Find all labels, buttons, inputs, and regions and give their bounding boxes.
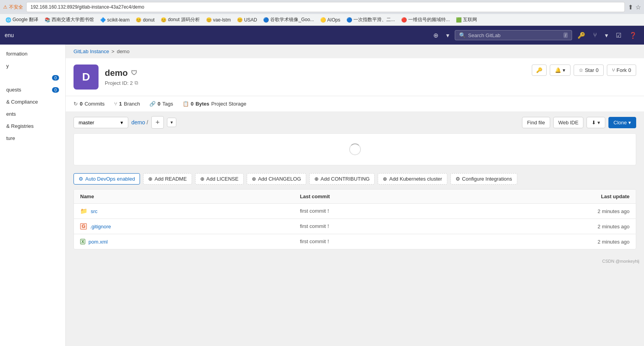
- action-btn-icon: ⊕: [314, 176, 319, 182]
- browser-actions: ⬆ ☆: [628, 4, 641, 11]
- bookmark-item[interactable]: 📚西南交通大学图书馆: [42, 16, 96, 24]
- table-row: Xpom.xml first commit！ 2 minutes ago: [74, 234, 636, 249]
- file-name[interactable]: 📁src: [80, 208, 300, 215]
- project-details: demo 🛡 Project ID: 2 ⧉: [105, 68, 138, 86]
- sidebar-item-ture[interactable]: ture: [0, 132, 65, 144]
- copy-id-icon[interactable]: ⧉: [135, 80, 138, 86]
- download-button[interactable]: ⬇ ▾: [587, 117, 605, 128]
- key-button[interactable]: 🔑: [532, 65, 547, 76]
- col-name: Name: [80, 194, 300, 199]
- star-button[interactable]: ☆ Star 0: [574, 65, 604, 76]
- project-name: demo 🛡: [105, 68, 138, 78]
- clone-chevron-icon: ▾: [628, 120, 631, 125]
- project-info: D demo 🛡 Project ID: 2 ⧉: [74, 65, 138, 90]
- project-actions: 🔑 🔔 ▾ ☆ Star 0 ⑂ Fork 0: [532, 65, 636, 76]
- sidebar-item-compliance[interactable]: & Compliance: [0, 96, 65, 108]
- main-content: GitLab Instance > demo D demo 🛡: [66, 45, 644, 346]
- sidebar-item-formation[interactable]: formation: [0, 48, 65, 60]
- action-btn-add-readme[interactable]: ⊕Add README: [143, 173, 192, 185]
- add-dropdown[interactable]: ▾: [167, 118, 176, 127]
- action-btn-icon: ⊕: [200, 176, 205, 182]
- path-root[interactable]: demo: [131, 119, 145, 125]
- sidebar-item-ents[interactable]: ents: [0, 108, 65, 120]
- commits-stat[interactable]: ↻ 0 Commits: [74, 101, 105, 107]
- file-update: 2 minutes ago: [520, 224, 630, 229]
- file-table-header: Name Last commit Last update: [74, 190, 636, 204]
- bookmark-item[interactable]: 🔴一维信号的频域特...: [399, 16, 452, 24]
- action-btn-icon: ⊕: [148, 176, 152, 182]
- bookmark-item[interactable]: 🔵一次指数平滑、二...: [344, 16, 397, 24]
- token-button[interactable]: 🔑: [575, 29, 588, 41]
- action-btn-add-contributing[interactable]: ⊕Add CONTRIBUTING: [309, 173, 375, 185]
- breadcrumb-instance[interactable]: GitLab Instance: [74, 48, 109, 54]
- action-btn-add-kubernetes-cluster[interactable]: ⊕Add Kubernetes cluster: [378, 173, 447, 185]
- find-file-button[interactable]: Find file: [522, 117, 550, 128]
- todo-button[interactable]: ☑: [614, 29, 624, 41]
- col-update: Last update: [520, 194, 630, 199]
- bookmark-item[interactable]: 🔷scikit-learn: [98, 16, 132, 23]
- action-btn-add-changelog[interactable]: ⊕Add CHANGELOG: [247, 173, 306, 185]
- action-buttons: ⚙Auto DevOps enabled⊕Add README⊕Add LICE…: [66, 169, 644, 189]
- sidebar-item-y[interactable]: y: [0, 60, 65, 72]
- bookmark-item[interactable]: 😊donut: [133, 16, 157, 23]
- repo-toolbar: master ▾ demo / + ▾ Find file Web IDE ⬇: [66, 111, 644, 133]
- merge-request-button[interactable]: ⑂: [591, 29, 599, 41]
- folder-icon: 📁: [80, 208, 88, 215]
- top-nav: enu ⊕ ▾ 🔍 / 🔑 ⑂ ▾ ☑ ❓: [0, 26, 644, 45]
- add-file-button[interactable]: +: [151, 116, 164, 129]
- bookmark-button[interactable]: ☆: [635, 4, 641, 11]
- loading-spinner: [349, 143, 361, 155]
- notification-button[interactable]: 🔔 ▾: [550, 65, 570, 76]
- bookmark-item[interactable]: 🔵谷歌学术镜像_Goo...: [261, 16, 316, 24]
- merge-dropdown[interactable]: ▾: [603, 29, 610, 41]
- sidebar-item-registries[interactable]: & Registries: [0, 120, 65, 132]
- gitignore-icon: G: [80, 223, 87, 229]
- chevron-down-icon: ▾: [120, 120, 123, 125]
- toolbar-right: Find file Web IDE ⬇ ▾ Clone ▾: [522, 117, 636, 128]
- action-btn-auto-devops-enabled[interactable]: ⚙Auto DevOps enabled: [74, 173, 140, 185]
- sidebar-item-badge1[interactable]: 0: [0, 72, 65, 84]
- help-button[interactable]: ❓: [627, 29, 639, 41]
- file-update: 2 minutes ago: [520, 239, 630, 245]
- branch-icon: ⑂: [114, 101, 117, 107]
- sidebar-item-quests[interactable]: quests 0: [0, 84, 65, 96]
- file-commit: first commit！: [300, 238, 520, 245]
- action-btn-icon: ⊕: [252, 176, 256, 182]
- tag-icon: 🔗: [149, 101, 156, 107]
- security-warning: ⚠ 不安全: [3, 4, 23, 11]
- nav-logo: enu: [5, 32, 14, 38]
- action-btn-icon: ⚙: [79, 176, 83, 182]
- search-input[interactable]: [468, 32, 561, 38]
- file-table: Name Last commit Last update 📁src first …: [74, 189, 636, 249]
- tags-stat[interactable]: 🔗 0 Tags: [149, 101, 173, 107]
- file-commit: first commit！: [300, 223, 520, 230]
- col-commit: Last commit: [300, 194, 520, 199]
- bookmark-item[interactable]: 😊vae-lstm: [204, 16, 233, 23]
- bookmark-item[interactable]: 🌐Google 翻译: [3, 16, 41, 24]
- bookmarks-bar: 🌐Google 翻译📚西南交通大学图书馆🔷scikit-learn😊donut😊…: [0, 14, 644, 26]
- bookmark-item[interactable]: 😊USAD: [235, 16, 259, 23]
- file-update: 2 minutes ago: [520, 208, 630, 214]
- branch-selector[interactable]: master ▾: [74, 117, 128, 128]
- new-dropdown[interactable]: ▾: [444, 29, 452, 41]
- url-bar[interactable]: 192.168.160.132:8929/gitlab-instance-43a…: [26, 2, 625, 12]
- file-browser-loading: [74, 133, 636, 165]
- commits-icon: ↻: [74, 101, 78, 107]
- share-button[interactable]: ⬆: [628, 4, 633, 11]
- bookmark-item[interactable]: 😊donut 源码分析: [158, 16, 202, 24]
- sidebar-badge-1: 0: [52, 75, 59, 81]
- new-button[interactable]: ⊕: [431, 29, 441, 41]
- bookmark-item[interactable]: 🟡AIOps: [318, 16, 343, 23]
- sidebar-badge-quests: 0: [52, 87, 59, 93]
- clone-button[interactable]: Clone ▾: [608, 117, 636, 128]
- table-row: 📁src first commit！ 2 minutes ago: [74, 204, 636, 219]
- action-btn-configure-integrations[interactable]: ⚙Configure Integrations: [450, 173, 517, 185]
- bookmark-item[interactable]: 🟩互联网: [454, 16, 479, 24]
- fork-button[interactable]: ⑂ Fork 0: [607, 65, 636, 76]
- file-name[interactable]: Xpom.xml: [80, 239, 300, 245]
- web-ide-button[interactable]: Web IDE: [553, 117, 584, 128]
- branches-stat[interactable]: ⑂ 1 Branch: [114, 101, 140, 107]
- action-btn-add-license[interactable]: ⊕Add LICENSE: [195, 173, 244, 185]
- url-text: 192.168.160.132:8929/gitlab-instance-43a…: [30, 4, 144, 10]
- file-name[interactable]: G.gitignore: [80, 223, 300, 229]
